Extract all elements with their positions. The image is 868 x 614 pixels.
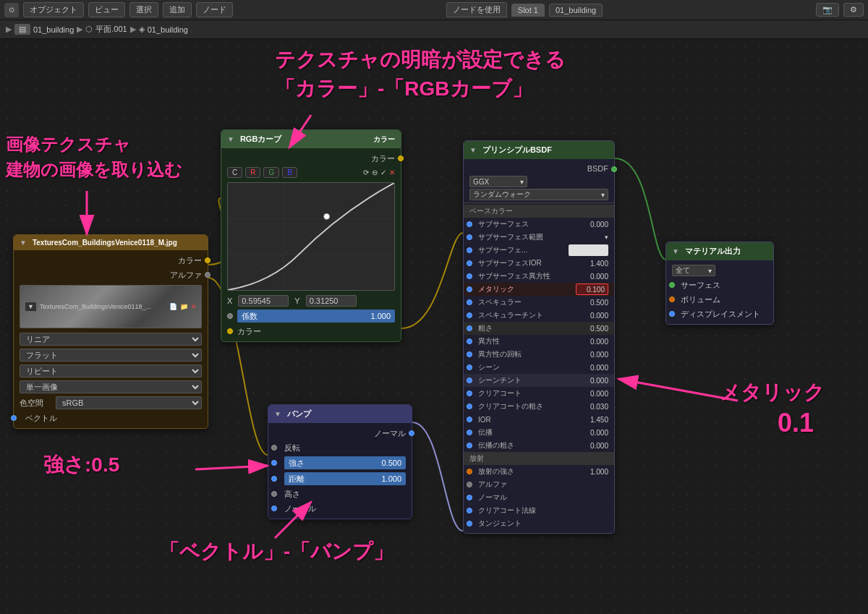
bc-building1[interactable]: 01_building xyxy=(33,25,74,34)
socket-subsurface-aniso[interactable] xyxy=(467,273,472,279)
bsdf-rw-dropdown[interactable]: ランダムウォーク ▾ xyxy=(469,189,608,200)
socket-clearcoat-normal[interactable] xyxy=(467,508,472,513)
socket-displacement[interactable] xyxy=(669,311,675,317)
tab-slot1[interactable]: Slot 1 xyxy=(511,4,545,17)
bump-strength-field[interactable]: 強さ 0.500 xyxy=(284,456,406,469)
rgb-color-out-label: カラー xyxy=(227,153,395,164)
factor-bar[interactable]: 係数 1.000 xyxy=(237,310,395,323)
socket-ior[interactable] xyxy=(467,417,472,422)
bsdf-row-transmission: 伝播 0.000 xyxy=(464,426,614,439)
socket-emission[interactable] xyxy=(467,469,472,474)
bump-distance-row: 距離 1.000 xyxy=(268,471,412,487)
menu-select[interactable]: 選択 xyxy=(129,2,158,17)
texture-color-label: カラー xyxy=(20,255,202,266)
socket-aniso-rot[interactable] xyxy=(467,351,472,357)
bc-building2[interactable]: 01_building xyxy=(148,25,188,34)
metallic-field[interactable]: 0.100 xyxy=(576,283,608,295)
bsdf-row-clearcoat-normal: クリアコート法線 xyxy=(464,504,614,517)
socket-tangent[interactable] xyxy=(467,521,472,526)
bsdf-row-emission: 放射の強さ 1.000 xyxy=(464,465,614,478)
tab-use-nodes[interactable]: ノードを使用 xyxy=(446,2,507,17)
dropdown-single: 単一画像 xyxy=(14,379,208,395)
annotation-main-subtitle: 「カラー」-「RGBカーブ」 xyxy=(275,75,532,103)
channel-b[interactable]: B xyxy=(282,167,297,178)
socket-height[interactable] xyxy=(271,491,277,497)
socket-bump-normal-out[interactable] xyxy=(409,430,414,436)
socket-normal-in[interactable] xyxy=(271,506,277,511)
single-select[interactable]: 単一画像 xyxy=(20,380,202,393)
socket-specular-tint[interactable] xyxy=(467,312,472,318)
menu-view[interactable]: ビュー xyxy=(88,2,125,17)
linear-select[interactable]: リニア xyxy=(20,333,202,346)
repeat-select[interactable]: リピート xyxy=(20,364,202,378)
socket-aniso[interactable] xyxy=(467,338,472,344)
annotation-metallic-val: 0.1 xyxy=(778,408,814,438)
matout-volume-row: ボリューム xyxy=(666,292,773,307)
socket-factor-in[interactable] xyxy=(227,313,233,319)
menu-add[interactable]: 追加 xyxy=(163,2,192,17)
bump-invert-label: 反転 xyxy=(284,443,406,453)
canvas-area[interactable]: ▼ TexturesCom_BuildingsVenice0118_M.jpg … xyxy=(0,39,868,614)
socket-roughness[interactable] xyxy=(467,325,472,331)
bsdf-ggx-row: GGX ▾ xyxy=(464,175,614,188)
socket-normal[interactable] xyxy=(467,495,472,500)
tab-building[interactable]: 01_building xyxy=(549,4,603,17)
matout-body: 全て ▾ サーフェス ボリューム ディスプレイスメント xyxy=(666,260,773,324)
socket-transmission[interactable] xyxy=(467,430,472,435)
curve-area[interactable] xyxy=(227,182,395,291)
socket-rgb-color-in[interactable] xyxy=(227,328,233,334)
matout-dropdown-row: 全て ▾ xyxy=(666,263,773,278)
channel-r[interactable]: R xyxy=(245,167,260,178)
y-val[interactable]: 0.31250 xyxy=(306,295,357,307)
socket-transmission-rough[interactable] xyxy=(467,443,472,448)
socket-metallic[interactable] xyxy=(467,286,472,292)
socket-sheen[interactable] xyxy=(467,364,472,370)
bc-plane[interactable]: 平面.001 xyxy=(95,24,127,35)
socket-subsurface-color[interactable] xyxy=(467,247,472,253)
texture-alpha-label: アルファ xyxy=(20,270,202,281)
socket-rgb-color-out[interactable] xyxy=(398,155,404,161)
rgb-node-header: ▼ RGBカーブ カラー xyxy=(221,130,401,148)
socket-surface[interactable] xyxy=(669,282,675,288)
socket-alpha-out[interactable] xyxy=(205,272,210,278)
bump-distance-field[interactable]: 距離 1.000 xyxy=(284,472,406,485)
socket-vector-in[interactable] xyxy=(11,415,17,421)
color-space-select[interactable]: sRGB xyxy=(56,396,202,409)
bsdf-node-title: プリンシプルBSDF xyxy=(482,145,552,155)
socket-specular[interactable] xyxy=(467,299,472,305)
bump-strength-label: 強さ xyxy=(289,458,305,469)
factor-row: 係数 1.000 xyxy=(221,308,401,324)
bump-output-row: ノーマル xyxy=(268,426,412,440)
socket-subsurface-range[interactable] xyxy=(467,234,472,240)
menu-node[interactable]: ノード xyxy=(196,2,233,17)
menu-object[interactable]: オブジェクト xyxy=(23,2,84,17)
settings-btn[interactable]: ⚙ xyxy=(843,3,864,17)
matout-dropdown[interactable]: 全て ▾ xyxy=(672,265,715,276)
socket-bsdf-out[interactable] xyxy=(611,166,617,172)
socket-invert[interactable] xyxy=(271,445,277,451)
socket-clearcoat[interactable] xyxy=(467,391,472,396)
socket-color-out[interactable] xyxy=(205,257,210,263)
bsdf-ggx-dropdown[interactable]: GGX ▾ xyxy=(469,176,527,187)
bump-normal-in-label: ノーマル xyxy=(284,503,406,514)
dropdown-linear: リニア xyxy=(14,331,208,347)
breadcrumb: ▶ ▤ 01_building ▶ ⬡ 平面.001 ▶ ◈ 01_buildi… xyxy=(0,20,868,39)
socket-subsurface-ior[interactable] xyxy=(467,260,472,266)
socket-alpha[interactable] xyxy=(467,482,472,487)
flat-select[interactable]: フラット xyxy=(20,349,202,362)
socket-clearcoat-rough[interactable] xyxy=(467,404,472,409)
socket-distance[interactable] xyxy=(271,476,277,482)
matout-surface-label: サーフェス xyxy=(681,280,767,291)
x-val[interactable]: 0.59545 xyxy=(238,295,289,307)
socket-strength[interactable] xyxy=(271,460,277,466)
bsdf-row-specular: スペキュラー 0.500 xyxy=(464,296,614,309)
blender-icon[interactable]: ⊙ xyxy=(4,3,19,17)
socket-volume[interactable] xyxy=(669,297,675,302)
socket-sheen-tint[interactable] xyxy=(467,378,472,383)
socket-subsurface[interactable] xyxy=(467,221,472,227)
bump-node-title: バンプ xyxy=(287,409,311,419)
render-btn[interactable]: 📷 xyxy=(816,3,839,17)
channel-c[interactable]: C xyxy=(227,167,242,178)
channel-g[interactable]: G xyxy=(263,167,279,178)
subsurface-color[interactable] xyxy=(569,244,608,256)
